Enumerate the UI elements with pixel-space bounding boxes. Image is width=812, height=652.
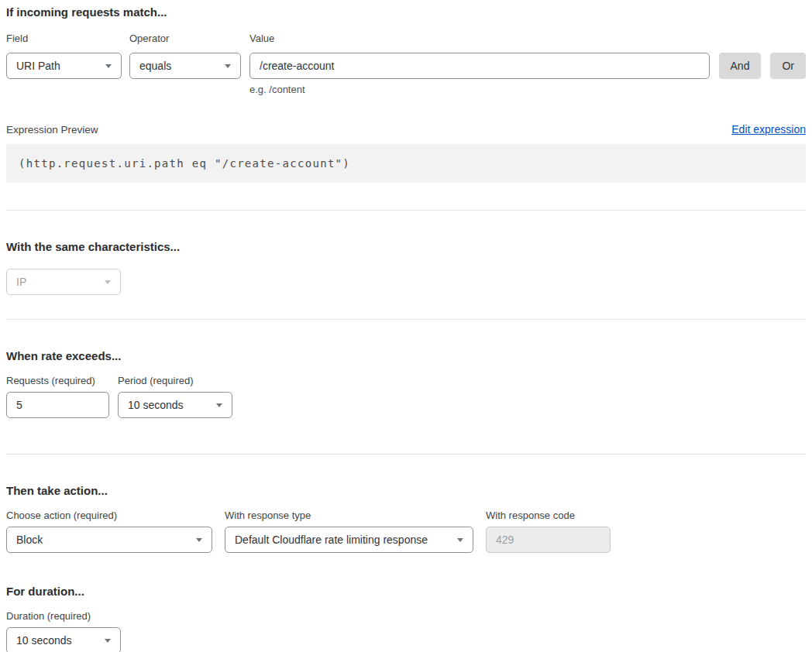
or-button-col: Or xyxy=(770,53,806,79)
and-button-col: And xyxy=(719,53,762,79)
field-select[interactable]: URI Path xyxy=(6,53,122,79)
field-select-value: URI Path xyxy=(16,60,60,72)
value-helper-text: e.g. /content xyxy=(249,84,710,95)
section-title-duration: For duration... xyxy=(6,585,806,599)
chevron-down-icon xyxy=(196,538,202,542)
duration-select[interactable]: 10 seconds xyxy=(6,627,121,652)
chevron-down-icon xyxy=(105,639,111,643)
period-select[interactable]: 10 seconds xyxy=(118,392,232,418)
characteristic-select-value: IP xyxy=(16,276,26,288)
section-divider xyxy=(6,454,806,455)
requests-label: Requests (required) xyxy=(6,376,109,386)
field-label: Field xyxy=(6,33,122,44)
choose-action-label: Choose action (required) xyxy=(6,510,212,521)
value-group: Value e.g. /content xyxy=(249,33,710,95)
or-button[interactable]: Or xyxy=(770,53,806,79)
response-type-label: With response type xyxy=(225,510,473,521)
duration-select-value: 10 seconds xyxy=(16,634,72,647)
expression-preview-box: (http.request.uri.path eq "/create-accou… xyxy=(6,144,806,183)
and-button[interactable]: And xyxy=(719,53,762,79)
response-type-select-value: Default Cloudflare rate limiting respons… xyxy=(235,534,428,546)
chevron-down-icon xyxy=(105,280,111,284)
choose-action-group: Choose action (required) Block xyxy=(6,510,212,553)
choose-action-select-value: Block xyxy=(16,534,43,546)
chevron-down-icon xyxy=(225,64,231,68)
operator-group: Operator equals xyxy=(129,33,241,79)
response-code-group: With response code xyxy=(486,510,611,553)
duration-group: Duration (required) 10 seconds xyxy=(6,611,806,652)
section-for-duration: For duration... Duration (required) 10 s… xyxy=(6,585,806,652)
period-group: Period (required) 10 seconds xyxy=(118,376,232,418)
section-rate-exceeds: When rate exceeds... Requests (required)… xyxy=(6,349,806,418)
period-select-value: 10 seconds xyxy=(128,399,184,411)
section-title-characteristics: With the same characteristics... xyxy=(6,240,806,254)
value-input[interactable] xyxy=(249,53,710,79)
duration-label: Duration (required) xyxy=(6,611,806,622)
response-type-group: With response type Default Cloudflare ra… xyxy=(225,510,473,553)
expression-preview-header: Expression Preview Edit expression xyxy=(6,123,806,136)
rate-fields-row: Requests (required) Period (required) 10… xyxy=(6,376,806,418)
match-fields-row: Field URI Path Operator equals Value e.g… xyxy=(6,33,806,95)
operator-label: Operator xyxy=(129,33,241,44)
response-type-select[interactable]: Default Cloudflare rate limiting respons… xyxy=(225,527,473,553)
section-title-match: If incoming requests match... xyxy=(6,5,806,19)
action-fields-row: Choose action (required) Block With resp… xyxy=(6,510,806,553)
period-label: Period (required) xyxy=(118,376,232,386)
chevron-down-icon xyxy=(105,64,112,68)
requests-input[interactable] xyxy=(6,392,109,418)
chevron-down-icon xyxy=(216,403,222,407)
expression-text: (http.request.uri.path eq "/create-accou… xyxy=(19,157,350,170)
response-code-input xyxy=(486,527,611,553)
section-characteristics: With the same characteristics... IP xyxy=(6,240,806,295)
response-code-label: With response code xyxy=(486,510,611,521)
rate-limiting-rule-form: If incoming requests match... Field URI … xyxy=(0,0,812,652)
value-label: Value xyxy=(249,33,710,44)
section-title-action: Then take action... xyxy=(6,484,806,498)
chevron-down-icon xyxy=(457,538,463,542)
edit-expression-link[interactable]: Edit expression xyxy=(731,123,806,136)
section-take-action: Then take action... Choose action (requi… xyxy=(6,484,806,553)
operator-select-value: equals xyxy=(139,60,171,72)
section-title-rate: When rate exceeds... xyxy=(6,349,806,363)
characteristic-select: IP xyxy=(6,269,121,295)
expression-preview-label: Expression Preview xyxy=(6,124,98,136)
field-group: Field URI Path xyxy=(6,33,122,79)
choose-action-select[interactable]: Block xyxy=(6,527,212,553)
section-divider xyxy=(6,210,806,211)
section-divider xyxy=(6,319,806,320)
operator-select[interactable]: equals xyxy=(129,53,241,79)
section-incoming-requests: If incoming requests match... Field URI … xyxy=(6,5,806,183)
requests-group: Requests (required) xyxy=(6,376,109,418)
